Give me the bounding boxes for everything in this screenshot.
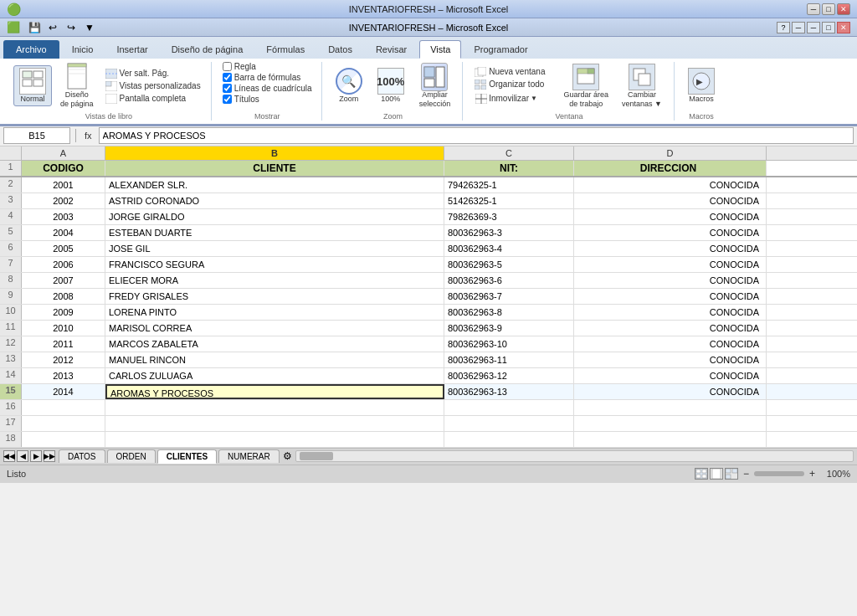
window-minimize-btn[interactable]: ─ [807, 22, 820, 33]
cell-b11[interactable]: MARISOL CORREA [105, 321, 444, 336]
cell-b3[interactable]: ASTRID CORONADO [105, 193, 444, 208]
tab-revisar[interactable]: Revisar [365, 40, 418, 59]
window-restore-btn[interactable]: □ [822, 22, 835, 33]
cell-c17[interactable] [444, 416, 574, 431]
cell-a3[interactable]: 2002 [22, 193, 105, 208]
redo-button[interactable]: ↪ [64, 20, 79, 35]
sheet-tab-orden[interactable]: ORDEN [107, 449, 156, 463]
minimize-button[interactable]: ─ [807, 3, 820, 15]
formula-input[interactable] [99, 127, 854, 144]
cell-d5[interactable]: CONOCIDA [574, 225, 767, 240]
qat-dropdown[interactable]: ▼ [82, 20, 97, 35]
normal-view-button[interactable]: Normal [13, 65, 52, 106]
cell-d6[interactable]: CONOCIDA [574, 241, 767, 256]
cell-c9[interactable]: 800362963-7 [444, 289, 574, 304]
cell-a18[interactable] [22, 432, 105, 447]
cell-d7[interactable]: CONOCIDA [574, 257, 767, 272]
tab-formulas[interactable]: Fórmulas [255, 40, 316, 59]
cell-d13[interactable]: CONOCIDA [574, 352, 767, 367]
cell-c6[interactable]: 800362963-4 [444, 241, 574, 256]
page-layout-view-icon-btn[interactable] [710, 468, 723, 480]
nueva-ventana-button[interactable]: Nueva ventana [471, 66, 548, 78]
zoom-minus-btn[interactable]: − [742, 468, 751, 480]
cell-d18[interactable] [574, 432, 767, 447]
zoom-plus-btn[interactable]: + [808, 468, 817, 480]
ampliar-button[interactable]: Ampliarselección [414, 62, 456, 110]
cell-c11[interactable]: 800362963-9 [444, 321, 574, 336]
sheet-tab-clientes[interactable]: CLIENTES [157, 449, 217, 464]
cell-b14[interactable]: CARLOS ZULUAGA [105, 368, 444, 383]
cell-d4[interactable]: CONOCIDA [574, 209, 767, 224]
cell-a6[interactable]: 2005 [22, 241, 105, 256]
cell-d10[interactable]: CONOCIDA [574, 305, 767, 320]
cell-c12[interactable]: 800362963-10 [444, 336, 574, 352]
macros-button[interactable]: ▶ Macros [683, 66, 720, 105]
cell-b12[interactable]: MARCOS ZABALETA [105, 336, 444, 352]
guardar-area-button[interactable]: Guardar áreade trabajo [558, 62, 613, 110]
tab-first-button[interactable]: ◀◀ [3, 450, 15, 462]
ver-salto-button[interactable]: Ver salt. Pág. [102, 68, 204, 80]
cell-c8[interactable]: 800362963-6 [444, 273, 574, 288]
cell-d16[interactable] [574, 400, 767, 415]
cell-b2[interactable]: ALEXANDER SLR. [105, 177, 444, 192]
cell-a10[interactable]: 2009 [22, 305, 105, 320]
cell-c16[interactable] [444, 400, 574, 415]
vistas-personalizadas-button[interactable]: Vistas personalizadas [102, 80, 204, 92]
cell-a1[interactable]: CODIGO [22, 161, 105, 176]
col-header-b[interactable]: B [105, 146, 444, 160]
cell-c18[interactable] [444, 432, 574, 447]
cell-c15[interactable]: 800362963-13 [444, 384, 574, 399]
cell-a12[interactable]: 2011 [22, 336, 105, 352]
sheet-tab-numerar[interactable]: NUMERAR [218, 449, 280, 463]
cell-c13[interactable]: 800362963-11 [444, 352, 574, 367]
col-header-c[interactable]: C [444, 146, 574, 160]
tab-inicio[interactable]: Inicio [61, 40, 105, 59]
cambiar-ventanas-button[interactable]: Cambiarventanas ▼ [617, 62, 667, 110]
cell-d14[interactable]: CONOCIDA [574, 368, 767, 383]
cell-b13[interactable]: MANUEL RINCON [105, 352, 444, 367]
cell-d15[interactable]: CONOCIDA [574, 384, 767, 399]
cell-b5[interactable]: ESTEBAN DUARTE [105, 225, 444, 240]
cell-d3[interactable]: CONOCIDA [574, 193, 767, 208]
cell-b18[interactable] [105, 432, 444, 447]
col-header-a[interactable]: A [22, 146, 105, 160]
cell-a13[interactable]: 2012 [22, 352, 105, 367]
tab-programador[interactable]: Programador [463, 40, 538, 59]
cell-b9[interactable]: FREDY GRISALES [105, 289, 444, 304]
cell-c7[interactable]: 800362963-5 [444, 257, 574, 272]
col-header-d[interactable]: D [574, 146, 767, 160]
cell-a8[interactable]: 2007 [22, 273, 105, 288]
normal-view-icon-btn[interactable] [695, 468, 708, 480]
cell-b8[interactable]: ELIECER MORA [105, 273, 444, 288]
cell-c14[interactable]: 800362963-12 [444, 368, 574, 383]
cell-d2[interactable]: CONOCIDA [574, 177, 767, 192]
cell-b10[interactable]: LORENA PINTO [105, 305, 444, 320]
zoom-100-button[interactable]: 100% 100% [372, 66, 409, 105]
cell-c1[interactable]: NIT: [444, 161, 574, 176]
cell-d1[interactable]: DIRECCION [574, 161, 767, 176]
cell-d12[interactable]: CONOCIDA [574, 336, 767, 352]
cell-a16[interactable] [22, 400, 105, 415]
cell-c10[interactable]: 800362963-8 [444, 305, 574, 320]
page-break-view-icon-btn[interactable] [725, 468, 738, 480]
tab-archivo[interactable]: Archivo [3, 40, 59, 59]
sheet-tab-datos[interactable]: DATOS [59, 449, 105, 463]
cell-d8[interactable]: CONOCIDA [574, 273, 767, 288]
fx-icon[interactable]: fx [81, 131, 95, 141]
zoom-button[interactable]: 🔍 Zoom [331, 66, 367, 105]
cell-a11[interactable]: 2010 [22, 321, 105, 336]
horizontal-scrollbar[interactable] [295, 450, 854, 462]
page-layout-button[interactable]: Diseñode página [55, 62, 99, 110]
tab-next-button[interactable]: ▶ [30, 450, 42, 462]
cell-b6[interactable]: JOSE GIL [105, 241, 444, 256]
cell-d17[interactable] [574, 416, 767, 431]
cell-a17[interactable] [22, 416, 105, 431]
cell-b1[interactable]: CLIENTE [105, 161, 444, 176]
cell-c5[interactable]: 800362963-3 [444, 225, 574, 240]
cell-c3[interactable]: 51426325-1 [444, 193, 574, 208]
save-qat-button[interactable]: 💾 [27, 20, 42, 35]
tab-datos[interactable]: Datos [317, 40, 363, 59]
cell-a5[interactable]: 2004 [22, 225, 105, 240]
tab-vista[interactable]: Vista [419, 40, 461, 59]
inmovilizar-button[interactable]: Inmovilizar ▼ [471, 91, 548, 106]
